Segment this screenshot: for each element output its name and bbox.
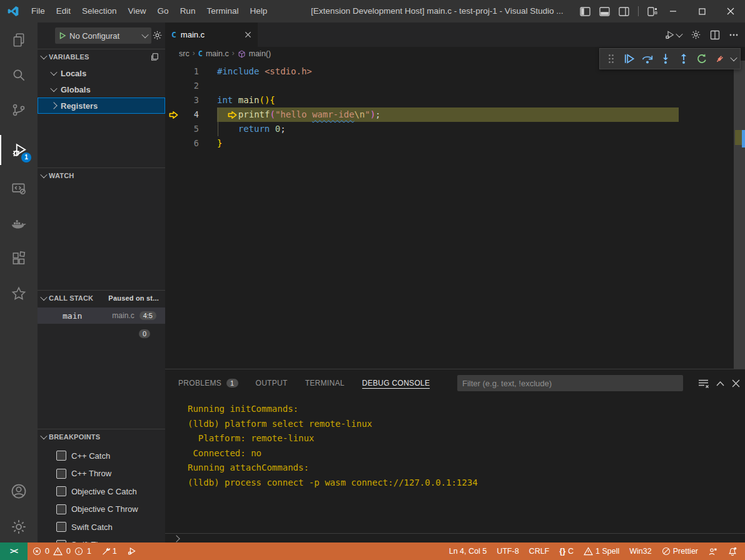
manage-button[interactable] xyxy=(0,512,38,542)
breadcrumb-file[interactable]: main.c xyxy=(206,49,229,58)
settings-gear-icon[interactable] xyxy=(691,29,701,40)
account-button[interactable] xyxy=(0,476,38,506)
maximize-panel-icon[interactable] xyxy=(716,381,724,386)
breakpoint-gutter[interactable] xyxy=(165,136,181,151)
tab-terminal[interactable]: TERMINAL xyxy=(305,379,345,389)
toggle-panel-icon[interactable] xyxy=(599,7,610,16)
debug-status[interactable] xyxy=(122,542,142,560)
sidebar-item-explorer[interactable] xyxy=(0,25,38,55)
breadcrumb-symbol[interactable]: main() xyxy=(249,49,271,58)
sidebar-item-extensions[interactable] xyxy=(0,244,38,274)
step-into-button[interactable] xyxy=(658,51,672,67)
tab-main-c[interactable]: C main.c xyxy=(165,22,258,47)
encoding-indicator[interactable]: UTF-8 xyxy=(492,542,524,560)
disconnect-button[interactable] xyxy=(713,51,727,67)
variables-scope-globals[interactable]: Globals xyxy=(38,81,165,98)
breakpoint-checkbox[interactable] xyxy=(56,504,66,514)
menu-view[interactable]: View xyxy=(123,0,152,22)
maximize-button[interactable] xyxy=(687,0,716,22)
breakpoint-row[interactable]: Objective C Throw xyxy=(38,501,165,518)
tab-debug-console[interactable]: DEBUG CONSOLE xyxy=(362,379,430,389)
variables-scope-locals[interactable]: Locals xyxy=(38,65,165,81)
restart-button[interactable] xyxy=(695,51,709,67)
panel-header: PROBLEMS 1 OUTPUT TERMINAL DEBUG CONSOLE xyxy=(165,369,745,398)
toggle-secondary-sidebar-icon[interactable] xyxy=(619,7,629,16)
stack-frame-row[interactable]: main main.c 4:5 xyxy=(38,308,165,324)
continue-button[interactable] xyxy=(622,51,636,67)
remote-indicator[interactable]: >< xyxy=(0,542,28,560)
editor-scrollbar[interactable] xyxy=(734,61,745,369)
cursor-position[interactable]: Ln 4, Col 5 xyxy=(444,542,492,560)
copy-icon[interactable] xyxy=(150,52,159,61)
breakpoint-gutter[interactable] xyxy=(165,93,181,108)
debug-console-output[interactable]: Running initCommands:(lldb) platform sel… xyxy=(188,402,478,490)
breakpoint-gutter[interactable] xyxy=(165,79,181,93)
debug-current-line-gutter-arrow[interactable] xyxy=(165,108,181,122)
breakpoint-checkbox[interactable] xyxy=(56,451,66,461)
customize-layout-icon[interactable] xyxy=(647,7,657,16)
sidebar-item-source-control[interactable] xyxy=(0,95,38,125)
formatter-status[interactable]: Prettier xyxy=(657,542,703,560)
breakpoints-section-header[interactable]: BREAKPOINTS xyxy=(38,429,165,444)
problems-status[interactable]: 0 0 1 xyxy=(28,542,96,560)
menu-file[interactable]: File xyxy=(26,0,51,22)
toggle-sidebar-icon[interactable] xyxy=(580,7,590,16)
step-out-button[interactable] xyxy=(677,51,691,67)
language-mode[interactable]: {} C xyxy=(554,542,579,560)
ports-status[interactable]: 1 xyxy=(96,542,122,560)
breakpoint-checkbox[interactable] xyxy=(56,522,66,532)
menu-run[interactable]: Run xyxy=(175,0,201,22)
call-stack-section-header[interactable]: CALL STACK Paused on st... xyxy=(38,290,165,305)
run-or-debug-button[interactable] xyxy=(664,29,682,41)
menu-edit[interactable]: Edit xyxy=(51,0,76,22)
breakpoint-row[interactable]: Swift Throw xyxy=(38,537,165,543)
debug-configuration-dropdown[interactable]: No Configurat xyxy=(55,28,151,44)
clear-console-icon[interactable] xyxy=(698,379,709,388)
variables-section-header[interactable]: VARIABLES xyxy=(38,49,165,64)
feedback-button[interactable] xyxy=(703,542,722,560)
console-filter-input[interactable] xyxy=(457,375,683,391)
toolbar-drag-handle[interactable] xyxy=(604,51,618,67)
chevron-down-icon[interactable] xyxy=(730,54,737,61)
sidebar-item-remote-explorer[interactable] xyxy=(0,174,38,204)
step-over-button[interactable] xyxy=(640,51,654,67)
code-text[interactable]: return 0; xyxy=(217,122,286,136)
sidebar-item-search[interactable] xyxy=(0,60,38,90)
menu-selection[interactable]: Selection xyxy=(76,0,123,22)
breakpoint-row[interactable]: C++ Throw xyxy=(38,466,165,482)
menu-terminal[interactable]: Terminal xyxy=(201,0,244,22)
sidebar-item-run-and-debug[interactable]: 1 xyxy=(0,135,39,165)
breakpoint-gutter[interactable] xyxy=(165,122,181,136)
spell-checker-status[interactable]: 1 Spell xyxy=(579,542,624,560)
breakpoint-row[interactable]: Objective C Catch xyxy=(38,483,165,499)
watch-section-header[interactable]: WATCH xyxy=(38,168,165,182)
code-text[interactable]: #include <stdio.h> xyxy=(217,64,312,79)
code-text[interactable]: int main(){ xyxy=(217,93,275,108)
menu-go[interactable]: Go xyxy=(152,0,175,22)
tab-output[interactable]: OUTPUT xyxy=(256,379,288,389)
sidebar-item-star[interactable] xyxy=(0,279,38,309)
notifications-button[interactable] xyxy=(722,542,745,560)
tab-problems[interactable]: PROBLEMS 1 xyxy=(178,379,238,389)
breakpoint-checkbox[interactable] xyxy=(56,486,66,496)
split-editor-icon[interactable] xyxy=(710,30,720,40)
breakpoint-row[interactable]: C++ Catch xyxy=(38,448,165,464)
code-text[interactable]: } xyxy=(217,136,222,151)
breakpoint-checkbox[interactable] xyxy=(56,469,66,479)
launch-settings-gear-icon[interactable] xyxy=(152,30,163,41)
breakpoint-row[interactable]: Swift Catch xyxy=(38,519,165,535)
close-panel-icon[interactable] xyxy=(732,379,740,388)
close-button[interactable] xyxy=(716,0,745,22)
platform-indicator[interactable]: Win32 xyxy=(624,542,656,560)
menu-help[interactable]: Help xyxy=(244,0,273,22)
code-text[interactable]: printf("hello wamr-ide\n"); xyxy=(217,108,679,122)
more-actions-icon[interactable] xyxy=(729,30,739,40)
close-tab-icon[interactable] xyxy=(245,31,251,38)
eol-indicator[interactable]: CRLF xyxy=(524,542,555,560)
sidebar-item-docker[interactable] xyxy=(0,209,38,239)
variables-scope-registers[interactable]: Registers xyxy=(38,98,165,114)
breakpoint-gutter[interactable] xyxy=(165,64,181,79)
breadcrumb-folder[interactable]: src xyxy=(179,49,190,58)
minimize-button[interactable] xyxy=(659,0,687,22)
code-editor[interactable]: 1#include <stdio.h>23int main(){4 printf… xyxy=(165,61,745,369)
